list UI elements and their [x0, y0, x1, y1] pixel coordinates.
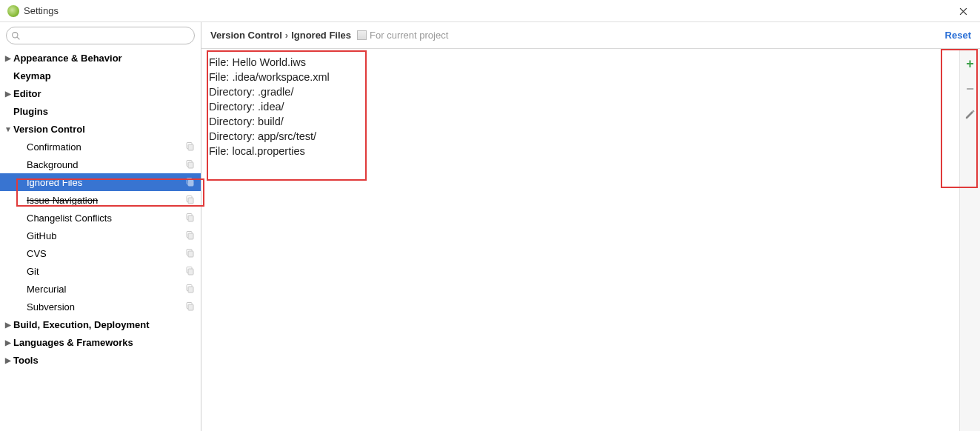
pencil-icon [964, 109, 976, 120]
svg-rect-19 [188, 287, 193, 293]
chevron-right-icon: ▶ [4, 90, 12, 98]
ignored-file-entry[interactable]: Directory: app/src/test/ [201, 129, 959, 144]
sidebar-item-label: Mercurial [27, 284, 184, 295]
sidebar-item[interactable]: GitHub [0, 227, 201, 244]
sidebar-item-label: Ignored Files [27, 177, 184, 188]
sidebar-item[interactable]: ▶Appearance & Behavior [0, 49, 201, 67]
sidebar-item[interactable]: ▶Languages & Frameworks [0, 333, 201, 351]
sidebar-item[interactable]: Git [0, 262, 201, 280]
ignored-files-list[interactable]: File: Hello World.iwsFile: .idea/workspa… [201, 49, 959, 431]
breadcrumb-bar: Version Control › Ignored Files For curr… [201, 22, 980, 49]
ignored-file-entry[interactable]: Directory: .gradle/ [201, 84, 959, 99]
sidebar-item-label: Plugins [13, 106, 195, 117]
svg-rect-5 [188, 162, 193, 168]
svg-rect-3 [188, 144, 193, 150]
chevron-down-icon: ▼ [4, 125, 12, 133]
close-button[interactable] [946, 0, 980, 22]
reset-link[interactable]: Reset [945, 30, 971, 41]
sidebar: ▶Appearance & BehaviorKeymap▶EditorPlugi… [0, 22, 201, 431]
project-scope-icon [184, 248, 195, 258]
project-scope-icon [184, 195, 195, 205]
list-toolbar: + − [959, 49, 980, 431]
titlebar: Settings [0, 0, 980, 22]
sidebar-item[interactable]: Plugins [0, 102, 201, 120]
breadcrumb-parent: Version Control [210, 30, 282, 41]
sidebar-item[interactable]: CVS [0, 244, 201, 262]
ignored-file-entry[interactable]: Directory: build/ [201, 114, 959, 129]
sidebar-item[interactable]: Confirmation [0, 138, 201, 156]
close-icon [959, 7, 967, 16]
svg-point-0 [13, 32, 18, 37]
sidebar-item-label: Git [27, 266, 184, 277]
sidebar-item-label: Appearance & Behavior [13, 53, 195, 64]
sidebar-item-label: Editor [13, 88, 195, 99]
breadcrumb-separator: › [285, 30, 288, 41]
project-scope-icon [184, 141, 195, 152]
sidebar-item[interactable]: Ignored Files [0, 173, 201, 191]
settings-tree: ▶Appearance & BehaviorKeymap▶EditorPlugi… [0, 47, 201, 431]
add-button[interactable]: + [963, 56, 978, 71]
sidebar-item[interactable]: Mercurial [0, 280, 201, 298]
chevron-right-icon: ▶ [4, 321, 12, 329]
chevron-right-icon: ▶ [4, 356, 12, 364]
project-scope-icon [184, 213, 195, 223]
breadcrumb-scope: For current project [370, 30, 448, 41]
project-scope-icon [184, 266, 195, 276]
sidebar-item-label: Languages & Frameworks [13, 337, 195, 348]
svg-rect-13 [188, 233, 193, 239]
svg-rect-9 [188, 198, 193, 204]
sidebar-item[interactable]: ▶Tools [0, 351, 201, 369]
project-scope-icon [184, 177, 195, 187]
scope-icon [357, 30, 367, 40]
sidebar-item-label: Keymap [13, 70, 195, 81]
project-scope-icon [184, 284, 195, 294]
sidebar-item[interactable]: Changelist Conflicts [0, 209, 201, 227]
app-icon [7, 5, 19, 17]
sidebar-item-label: Background [27, 159, 184, 170]
sidebar-item[interactable]: Keymap [0, 67, 201, 84]
svg-line-1 [17, 37, 19, 39]
sidebar-item-label: Subversion [27, 301, 184, 313]
search-icon [11, 31, 21, 41]
sidebar-item[interactable]: Background [0, 156, 201, 173]
remove-button[interactable]: − [963, 81, 978, 96]
ignored-file-entry[interactable]: Directory: .idea/ [201, 99, 959, 114]
svg-rect-11 [188, 216, 193, 221]
sidebar-item-label: Tools [13, 355, 195, 366]
sidebar-item[interactable]: ▼Version Control [0, 120, 201, 138]
ignored-file-entry[interactable]: File: Hello World.iws [201, 55, 959, 70]
sidebar-item-label: Confirmation [27, 141, 184, 153]
ignored-file-entry[interactable]: File: .idea/workspace.xml [201, 70, 959, 84]
search-input-wrap[interactable] [6, 27, 195, 44]
sidebar-item-label: Issue Navigation [27, 195, 184, 206]
sidebar-item[interactable]: ▶Editor [0, 84, 201, 102]
sidebar-item-label: Changelist Conflicts [27, 213, 184, 224]
sidebar-item[interactable]: Subversion [0, 298, 201, 315]
sidebar-item-label: CVS [27, 248, 184, 259]
chevron-right-icon: ▶ [4, 338, 12, 347]
window-title: Settings [24, 5, 59, 16]
svg-rect-17 [188, 269, 193, 275]
project-scope-icon [184, 230, 195, 241]
sidebar-item[interactable]: Issue Navigation [0, 191, 201, 209]
sidebar-item-label: Build, Execution, Deployment [13, 319, 195, 330]
svg-rect-21 [188, 304, 193, 310]
breadcrumb-current: Ignored Files [291, 30, 351, 41]
sidebar-item[interactable]: ▶Build, Execution, Deployment [0, 315, 201, 333]
sidebar-item-label: Version Control [13, 124, 195, 135]
ignored-file-entry[interactable]: File: local.properties [201, 144, 959, 158]
project-scope-icon [184, 159, 195, 170]
sidebar-item-label: GitHub [27, 230, 184, 241]
main-panel: Version Control › Ignored Files For curr… [201, 22, 980, 431]
search-input[interactable] [24, 30, 190, 41]
svg-rect-15 [188, 251, 193, 257]
svg-rect-7 [188, 180, 193, 186]
edit-button[interactable] [963, 107, 978, 121]
project-scope-icon [184, 301, 195, 312]
chevron-right-icon: ▶ [4, 54, 12, 62]
